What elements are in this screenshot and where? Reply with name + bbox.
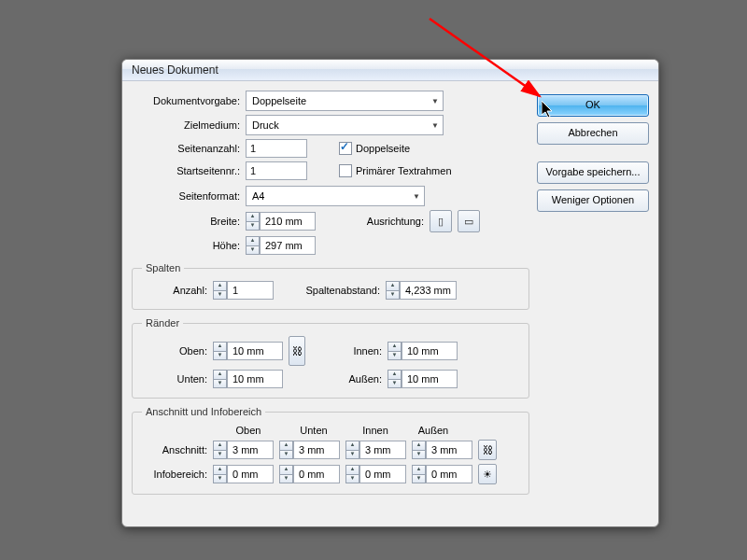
page-size-value: A4	[252, 190, 264, 202]
spinner-buttons[interactable]: ▲▼	[213, 281, 227, 300]
bleed-inner-value[interactable]: 3 mm	[359, 441, 406, 459]
preset-label: Dokumentvorgabe:	[132, 95, 240, 106]
gutter-label: Spaltenabstand:	[279, 285, 380, 296]
margin-bottom-label: Unten:	[142, 373, 207, 385]
chevron-down-icon: ▼	[413, 192, 420, 201]
col-inner-header: Innen	[349, 425, 402, 436]
preset-combo[interactable]: Doppelseite ▼	[246, 91, 444, 111]
primary-text-frame-label: Primärer Textrahmen	[356, 165, 452, 176]
form-area: Dokumentvorgabe: Doppelseite ▼ Zielmediu…	[132, 91, 529, 495]
margin-bottom-spinner[interactable]: ▲▼ 10 mm	[213, 370, 283, 388]
columns-count-value[interactable]: 1	[227, 281, 274, 300]
slug-bottom-value[interactable]: 0 mm	[293, 465, 340, 483]
margin-inner-label: Innen:	[311, 345, 382, 357]
height-label: Höhe:	[132, 240, 240, 251]
width-label: Breite:	[132, 216, 240, 227]
primary-text-frame-checkbox[interactable]: Primärer Textrahmen	[339, 164, 452, 177]
slug-outer-spinner[interactable]: ▲▼0 mm	[412, 465, 472, 483]
columns-count-spinner[interactable]: ▲▼ 1	[213, 281, 274, 300]
bleed-top-value[interactable]: 3 mm	[227, 441, 274, 459]
dialog-body: Dokumentvorgabe: Doppelseite ▼ Zielmediu…	[122, 81, 658, 504]
page-count-label: Seitenanzahl:	[132, 143, 240, 154]
margin-inner-value[interactable]: 10 mm	[402, 342, 458, 360]
spinner-buttons[interactable]: ▲▼	[213, 342, 227, 360]
width-spinner[interactable]: ▲▼ 210 mm	[246, 212, 316, 231]
margin-outer-spinner[interactable]: ▲▼ 10 mm	[388, 370, 458, 388]
slug-label: Infobereich:	[142, 469, 207, 480]
margin-inner-spinner[interactable]: ▲▼ 10 mm	[388, 342, 458, 360]
dialog-titlebar: Neues Dokument	[122, 60, 658, 81]
checkbox-icon	[339, 142, 352, 155]
bleed-label: Anschnitt:	[142, 444, 207, 455]
intent-label: Zielmedium:	[132, 119, 240, 131]
spinner-buttons[interactable]: ▲▼	[246, 212, 260, 231]
dialog-title: Neues Dokument	[132, 63, 218, 77]
save-preset-button[interactable]: Vorgabe speichern...	[537, 161, 649, 184]
bleed-bottom-spinner[interactable]: ▲▼3 mm	[279, 441, 340, 459]
col-outer-header: Außen	[407, 425, 459, 436]
facing-pages-label: Doppelseite	[356, 143, 410, 154]
margins-link-button[interactable]: ⛓	[289, 336, 305, 366]
slug-bottom-spinner[interactable]: ▲▼0 mm	[279, 465, 340, 483]
bleed-inner-spinner[interactable]: ▲▼3 mm	[345, 441, 406, 459]
link-icon: ⛓	[483, 444, 493, 455]
preview-icon: ☀	[483, 469, 492, 481]
page-size-combo[interactable]: A4 ▼	[246, 186, 425, 206]
dialog-buttons: OK Abbrechen Vorgabe speichern... Wenige…	[537, 91, 649, 495]
bleed-link-button[interactable]: ⛓	[478, 440, 497, 460]
spinner-buttons[interactable]: ▲▼	[388, 370, 402, 388]
height-value[interactable]: 297 mm	[260, 236, 316, 255]
orientation-label: Ausrichtung:	[321, 216, 424, 227]
bleed-slug-legend: Anschnitt und Infobereich	[142, 406, 265, 417]
facing-pages-checkbox[interactable]: Doppelseite	[339, 142, 410, 155]
margins-legend: Ränder	[142, 317, 183, 329]
height-spinner[interactable]: ▲▼ 297 mm	[246, 236, 316, 255]
start-page-label: Startseitennr.:	[132, 165, 240, 176]
columns-legend: Spalten	[142, 262, 184, 273]
fewer-options-button[interactable]: Weniger Optionen	[537, 189, 649, 212]
slug-top-value[interactable]: 0 mm	[227, 465, 274, 483]
bleed-outer-spinner[interactable]: ▲▼3 mm	[412, 441, 472, 459]
orientation-portrait-button[interactable]: ▯	[430, 210, 452, 232]
slug-inner-value[interactable]: 0 mm	[359, 465, 406, 483]
columns-group: Spalten Anzahl: ▲▼ 1 Spaltenabstand: ▲▼ …	[132, 262, 529, 310]
spinner-buttons[interactable]: ▲▼	[213, 370, 227, 388]
chevron-down-icon: ▼	[431, 97, 439, 105]
col-top-header: Oben	[218, 425, 278, 436]
spinner-buttons[interactable]: ▲▼	[388, 342, 402, 360]
page-size-label: Seitenformat:	[132, 190, 240, 202]
preset-value: Doppelseite	[252, 95, 306, 106]
spinner-buttons[interactable]: ▲▼	[246, 236, 260, 255]
gutter-spinner[interactable]: ▲▼ 4,233 mm	[386, 281, 457, 300]
col-bottom-header: Unten	[284, 425, 344, 436]
margin-top-label: Oben:	[142, 345, 207, 357]
cancel-button[interactable]: Abbrechen	[537, 122, 649, 145]
spinner-buttons[interactable]: ▲▼	[386, 281, 400, 300]
start-page-input[interactable]: 1	[246, 161, 307, 180]
slug-preview-button[interactable]: ☀	[478, 464, 497, 484]
portrait-icon: ▯	[438, 216, 444, 228]
page-count-input[interactable]: 1	[246, 139, 307, 158]
slug-inner-spinner[interactable]: ▲▼0 mm	[345, 465, 406, 483]
margin-top-value[interactable]: 10 mm	[227, 342, 283, 360]
columns-count-label: Anzahl:	[142, 285, 207, 296]
intent-combo[interactable]: Druck ▼	[246, 115, 444, 135]
ok-button[interactable]: OK	[537, 94, 649, 117]
margin-bottom-value[interactable]: 10 mm	[227, 370, 283, 388]
slug-outer-value[interactable]: 0 mm	[426, 465, 472, 483]
margin-outer-value[interactable]: 10 mm	[402, 370, 458, 388]
margin-top-spinner[interactable]: ▲▼ 10 mm	[213, 342, 283, 360]
link-icon: ⛓	[292, 345, 303, 357]
bleed-outer-value[interactable]: 3 mm	[426, 441, 472, 459]
landscape-icon: ▭	[464, 216, 473, 228]
chevron-down-icon: ▼	[431, 121, 439, 130]
orientation-landscape-button[interactable]: ▭	[458, 210, 480, 232]
gutter-value[interactable]: 4,233 mm	[400, 281, 457, 300]
bleed-top-spinner[interactable]: ▲▼3 mm	[213, 441, 274, 459]
intent-value: Druck	[252, 119, 279, 131]
margins-group: Ränder Oben: ▲▼ 10 mm ⛓ Innen: ▲▼ 10 mm …	[132, 317, 529, 399]
width-value[interactable]: 210 mm	[260, 212, 316, 231]
bleed-bottom-value[interactable]: 3 mm	[293, 441, 340, 459]
bleed-slug-group: Anschnitt und Infobereich Oben Unten Inn…	[132, 406, 529, 495]
slug-top-spinner[interactable]: ▲▼0 mm	[213, 465, 274, 483]
